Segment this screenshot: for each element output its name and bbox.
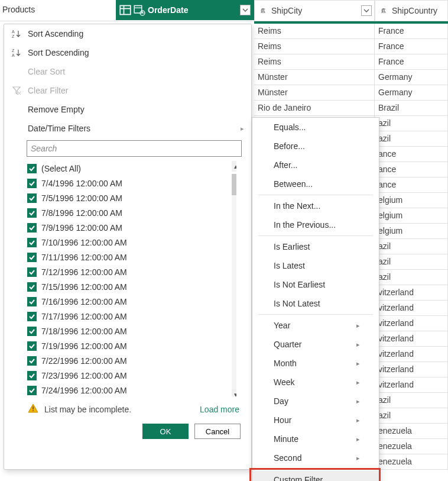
- load-more-link[interactable]: Load more: [200, 405, 239, 414]
- search-input[interactable]: Search: [27, 140, 242, 157]
- checkbox-icon[interactable]: [27, 297, 37, 306]
- checkbox-icon[interactable]: [27, 356, 37, 366]
- cell-shipcountry: Germany: [375, 85, 448, 101]
- checkbox-icon[interactable]: [27, 327, 37, 336]
- filter-value-label: 7/23/1996 12:00:00 AM: [41, 371, 127, 380]
- filter-value-label: 7/4/1996 12:00:00 AM: [41, 179, 122, 188]
- filter-value-item[interactable]: 7/16/1996 12:00:00 AM: [27, 294, 236, 309]
- checkbox-icon[interactable]: [27, 267, 37, 277]
- cell-shipcountry: azil: [375, 116, 448, 131]
- column-filter-dropdown-shipcity[interactable]: [361, 5, 372, 16]
- datetime-filters[interactable]: Date/Time Filters: [4, 119, 251, 138]
- column-title-shipcountry: ShipCountry: [392, 6, 437, 15]
- checkbox-icon[interactable]: [27, 386, 37, 395]
- checkbox-icon[interactable]: [27, 208, 37, 218]
- cell-shipcity: Münster: [254, 70, 375, 85]
- svg-text:Z: Z: [12, 49, 15, 53]
- checkbox-icon[interactable]: [27, 312, 37, 321]
- svg-text:A: A: [12, 30, 15, 34]
- filter-value-label: 7/12/1996 12:00:00 AM: [41, 267, 127, 277]
- submenu-item[interactable]: Month: [252, 354, 379, 373]
- scroll-down-icon[interactable]: ▼: [232, 389, 237, 397]
- checkbox-icon[interactable]: [27, 282, 37, 292]
- checkbox-icon[interactable]: [27, 164, 37, 173]
- filter-value-item[interactable]: 7/19/1996 12:00:00 AM: [27, 338, 236, 353]
- checkbox-icon[interactable]: [27, 253, 37, 262]
- filter-value-item[interactable]: 7/18/1996 12:00:00 AM: [27, 324, 236, 338]
- filter-value-item[interactable]: 7/5/1996 12:00:00 AM: [27, 191, 236, 205]
- column-header-shipcity[interactable]: ABC ShipCity: [254, 0, 375, 21]
- filter-value-item[interactable]: 7/17/1996 12:00:00 AM: [27, 309, 236, 324]
- submenu-item[interactable]: Is Not Latest: [252, 294, 379, 313]
- cell-shipcountry: azil: [375, 239, 448, 254]
- filter-value-label: 7/5/1996 12:00:00 AM: [41, 193, 122, 203]
- checkbox-icon[interactable]: [27, 223, 37, 233]
- filter-value-label: 7/16/1996 12:00:00 AM: [41, 297, 127, 306]
- datetime-filters-submenu: Equals...Before...After...Between...In t…: [252, 117, 379, 481]
- submenu-item[interactable]: Minute: [252, 430, 379, 448]
- filter-value-item[interactable]: 7/10/1996 12:00:00 AM: [27, 235, 236, 250]
- sort-ascending[interactable]: AZ Sort Ascending: [4, 24, 251, 43]
- cell-shipcity: Münster: [254, 85, 375, 101]
- remove-empty[interactable]: Remove Empty: [4, 100, 251, 119]
- submenu-item[interactable]: Is Earliest: [252, 237, 379, 256]
- submenu-item[interactable]: Before...: [252, 137, 379, 156]
- sort-descending[interactable]: ZA Sort Descending: [4, 43, 251, 62]
- table-row[interactable]: ReimsFrance: [254, 54, 448, 70]
- filter-value-item[interactable]: 7/12/1996 12:00:00 AM: [27, 264, 236, 279]
- filter-value-item[interactable]: 7/24/1996 12:00:00 AM: [27, 383, 236, 397]
- submenu-item[interactable]: After...: [252, 156, 379, 175]
- filter-value-item[interactable]: 7/15/1996 12:00:00 AM: [27, 279, 236, 294]
- ok-button[interactable]: OK: [142, 424, 189, 439]
- table-row[interactable]: MünsterGermany: [254, 70, 448, 85]
- filter-value-item[interactable]: 7/4/1996 12:00:00 AM: [27, 176, 236, 191]
- cell-shipcountry: enezuela: [375, 454, 448, 470]
- filter-value-item[interactable]: 7/22/1996 12:00:00 AM: [27, 353, 236, 368]
- cell-shipcity: Reims: [254, 24, 375, 39]
- column-filter-dropdown-orderdate[interactable]: [240, 5, 251, 15]
- cell-shipcountry: azil: [375, 254, 448, 270]
- submenu-item[interactable]: Second: [252, 448, 379, 467]
- submenu-item[interactable]: Day: [252, 392, 379, 411]
- table-row[interactable]: ReimsFrance: [254, 24, 448, 39]
- submenu-item[interactable]: Week: [252, 373, 379, 392]
- column-header-shipcountry[interactable]: ABC ShipCountry: [375, 0, 448, 21]
- filter-value-item[interactable]: 7/11/1996 12:00:00 AM: [27, 250, 236, 264]
- submenu-item[interactable]: In the Next...: [252, 196, 379, 215]
- submenu-item[interactable]: Custom Filter...: [252, 470, 379, 481]
- filter-values-list[interactable]: (Select All)7/4/1996 12:00:00 AM7/5/1996…: [27, 160, 237, 397]
- cancel-button[interactable]: Cancel: [194, 424, 241, 439]
- cell-shipcountry: elgium: [375, 208, 448, 224]
- checkbox-icon[interactable]: [27, 341, 37, 351]
- filter-value-item[interactable]: 7/23/1996 12:00:00 AM: [27, 368, 236, 383]
- menu-label: Sort Descending: [28, 48, 89, 57]
- table-row[interactable]: Rio de JaneiroBrazil: [254, 101, 448, 116]
- submenu-item[interactable]: In the Previous...: [252, 215, 379, 234]
- checkbox-icon[interactable]: [27, 179, 37, 188]
- submenu-item[interactable]: Between...: [252, 175, 379, 193]
- cell-shipcountry: France: [375, 24, 448, 39]
- submenu-item[interactable]: Year: [252, 316, 379, 335]
- scroll-up-icon[interactable]: ▲: [232, 161, 237, 172]
- filter-value-label: 7/18/1996 12:00:00 AM: [41, 327, 127, 336]
- table-row[interactable]: ReimsFrance: [254, 39, 448, 54]
- submenu-item[interactable]: Quarter: [252, 335, 379, 354]
- submenu-item[interactable]: Equals...: [252, 118, 379, 137]
- cell-shipcountry: vitzerland: [375, 362, 448, 377]
- column-header-orderdate[interactable]: OrderDate: [116, 0, 254, 20]
- column-filter-panel: AZ Sort Ascending ZA Sort Descending Cle…: [4, 24, 252, 470]
- scrollbar[interactable]: ▲ ▼: [232, 161, 237, 396]
- menu-label: Clear Sort: [28, 67, 65, 76]
- filter-value-item[interactable]: (Select All): [27, 161, 236, 176]
- checkbox-icon[interactable]: [27, 193, 37, 203]
- cell-shipcountry: vitzerland: [375, 285, 448, 301]
- scroll-thumb[interactable]: [232, 174, 237, 195]
- checkbox-icon[interactable]: [27, 371, 37, 380]
- filter-value-item[interactable]: 7/9/1996 12:00:00 AM: [27, 220, 236, 235]
- submenu-item[interactable]: Is Latest: [252, 256, 379, 275]
- submenu-item[interactable]: Hour: [252, 411, 379, 430]
- filter-value-item[interactable]: 7/8/1996 12:00:00 AM: [27, 205, 236, 220]
- table-row[interactable]: MünsterGermany: [254, 85, 448, 101]
- submenu-item[interactable]: Is Not Earliest: [252, 275, 379, 294]
- checkbox-icon[interactable]: [27, 238, 37, 247]
